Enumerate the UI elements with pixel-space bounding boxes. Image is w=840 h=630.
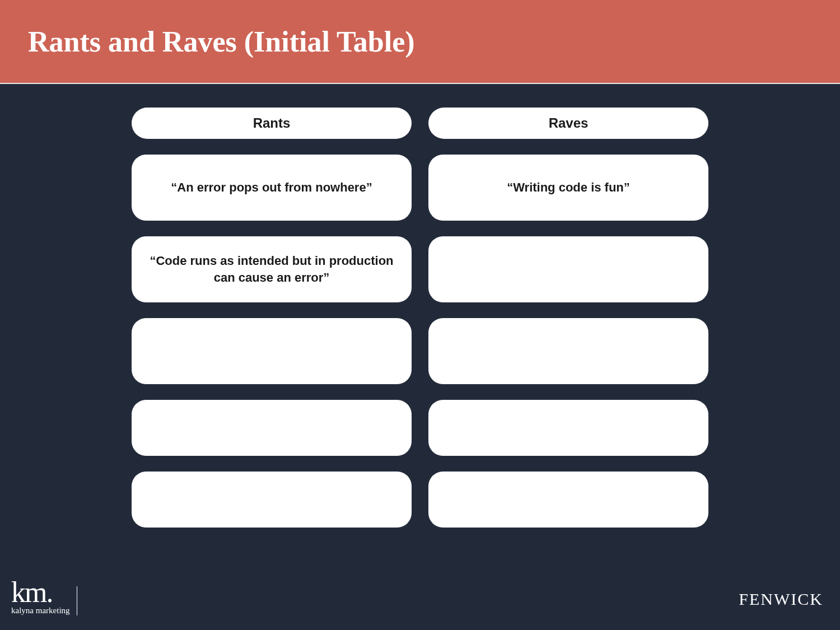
table-cell: “Writing code is fun” bbox=[428, 155, 708, 221]
table-cell: “Code runs as intended but in production… bbox=[132, 236, 412, 302]
table-cell bbox=[428, 318, 708, 384]
column-header-rants: Rants bbox=[132, 108, 412, 139]
table-cell bbox=[132, 318, 412, 384]
logo-kalyna-mark: km. bbox=[11, 580, 52, 606]
header-band: Rants and Raves (Initial Table) bbox=[0, 0, 840, 84]
table-cell bbox=[428, 400, 708, 456]
column-rants: Rants “An error pops out from nowhere” “… bbox=[132, 108, 412, 528]
table-cell bbox=[132, 400, 412, 456]
table-cell bbox=[428, 236, 708, 302]
logo-divider bbox=[77, 586, 77, 615]
logo-kalyna: km. kalyna marketing bbox=[11, 580, 77, 618]
logo-kalyna-sub: kalyna marketing bbox=[11, 606, 70, 615]
table-cell bbox=[132, 472, 412, 528]
column-raves: Raves “Writing code is fun” bbox=[428, 108, 708, 528]
logo-fenwick: FENWICK bbox=[739, 590, 823, 609]
column-header-raves: Raves bbox=[428, 108, 708, 139]
table-cell: “An error pops out from nowhere” bbox=[132, 155, 412, 221]
table-area: Rants “An error pops out from nowhere” “… bbox=[0, 84, 840, 528]
table-cell bbox=[428, 472, 708, 528]
page-title: Rants and Raves (Initial Table) bbox=[28, 25, 415, 58]
